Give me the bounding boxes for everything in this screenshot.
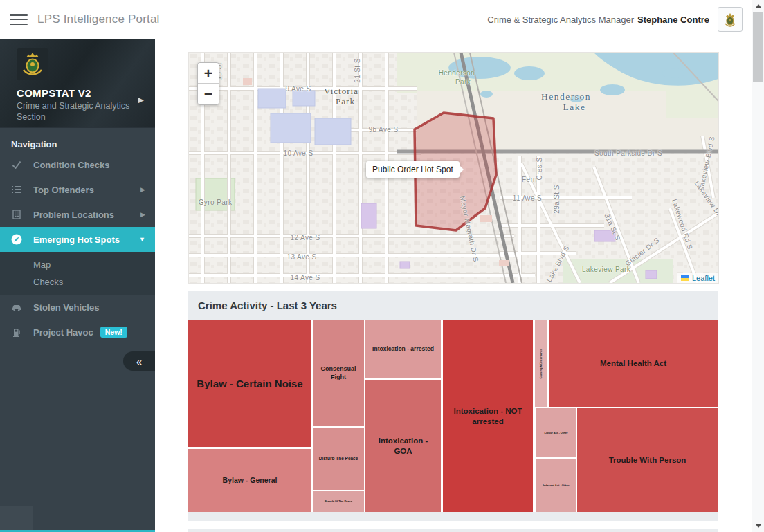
treemap-cell-breach-of-the-peace[interactable]: Breach Of The Peace: [313, 491, 364, 512]
top-header: LPS Intelligence Portal Crime & Strategi…: [0, 0, 752, 39]
treemap-cell-liquor-act-other[interactable]: Liquor Act - Other: [536, 408, 576, 457]
map-label: Park: [455, 78, 471, 86]
list-icon: [11, 184, 22, 195]
hotspot-map[interactable]: 15 St9 Ave SVictoriaPark21 St SHenderson…: [188, 52, 719, 284]
treemap-cell-label: Intoxication - arrested: [369, 345, 437, 353]
building-icon: [11, 209, 22, 220]
treemap-cell-intoxication-arrested[interactable]: Intoxication - arrested: [365, 320, 441, 378]
treemap-cell-label: Liquor Act - Other: [540, 431, 571, 434]
car-icon: [11, 302, 22, 313]
treemap-cell-label: Causing A Disturbance: [539, 345, 543, 383]
map-attribution: Leaflet: [677, 273, 718, 283]
treemap-cell-mental-health-act[interactable]: Mental Health Act: [549, 320, 718, 407]
profile-crest-button[interactable]: [718, 7, 743, 32]
scroll-up-arrow[interactable]: [752, 0, 764, 12]
map-label: Victoria: [324, 86, 358, 97]
treemap-cell-trouble-with-person[interactable]: Trouble With Person: [577, 408, 718, 512]
sidebar-item-top-offenders[interactable]: Top Offenders▶: [0, 177, 155, 202]
scroll-down-arrow[interactable]: [752, 520, 764, 532]
treemap-cell-label: Disturb The Peace: [316, 456, 362, 461]
map-label: Lake: [563, 102, 586, 113]
map-label: Lakeview Park: [582, 266, 630, 273]
crime-treemap: Bylaw - Certain NoiseBylaw - GeneralCons…: [188, 320, 718, 512]
map-label: Henderson: [439, 69, 475, 77]
map-label: Gyro Park: [199, 199, 233, 206]
app-title: LPS Intelligence Portal: [37, 12, 160, 26]
gas-pump-icon: [11, 327, 22, 338]
treemap-cell-disturb-the-peace[interactable]: Disturb The Peace: [313, 428, 364, 490]
map-label: South Parkside Dr S: [594, 149, 662, 157]
treemap-cell-intoxication-not-arrested[interactable]: Intoxication - NOT arrested: [443, 320, 533, 512]
sidebar-bottom-block: [0, 506, 33, 532]
sidebar-subitem-checks[interactable]: Checks: [0, 273, 155, 291]
sidebar-item-label: Stolen Vehicles: [33, 302, 99, 313]
compstat-title: COMPSTAT V2: [17, 87, 144, 99]
treemap-cell-label: Bylaw - General: [219, 476, 281, 486]
sidebar-item-condition-checks[interactable]: Condition Checks: [0, 152, 155, 177]
sidebar-item-label: Project Havoc: [33, 327, 93, 338]
map-label: 9 Ave S: [285, 85, 311, 93]
sidebar-item-emerging-hot-spots[interactable]: Emerging Hot Spots▼: [0, 227, 155, 252]
hamburger-menu-icon[interactable]: [10, 12, 28, 26]
crime-activity-panel: Crime Activity - Last 3 Years Bylaw - Ce…: [188, 291, 718, 521]
treemap-cell-label: Intoxication - NOT arrested: [443, 406, 533, 427]
zoom-out-button[interactable]: −: [198, 84, 219, 104]
check-icon: [11, 159, 22, 170]
sidebar-item-stolen-vehicles[interactable]: Stolen Vehicles: [0, 295, 155, 320]
treemap-cell-bylaw-general[interactable]: Bylaw - General: [188, 449, 311, 512]
zoom-in-button[interactable]: +: [198, 63, 219, 84]
sidebar-collapse-button[interactable]: «: [123, 351, 155, 371]
treemap-cell-causing-a-disturbance[interactable]: Causing A Disturbance: [535, 320, 547, 407]
chevron-right-icon[interactable]: ▶: [138, 95, 144, 104]
hotspot-tooltip: Public Order Hot Spot: [366, 161, 460, 178]
map-label: 9b Ave S: [368, 126, 398, 134]
chevron-right-icon: ▶: [140, 211, 145, 218]
map-zoom-control: + −: [197, 62, 219, 105]
new-badge: New!: [100, 327, 127, 338]
window-scrollbar[interactable]: [752, 0, 764, 532]
treemap-cell-label: Trouble With Person: [606, 455, 690, 466]
map-label: 14 Ave S: [290, 274, 320, 282]
treemap-cell-label: Breach Of The Peace: [321, 499, 356, 503]
sidebar-sub-menu: MapChecks: [0, 252, 155, 295]
treemap-cell-indecent-act-other[interactable]: Indecent Act - Other: [536, 459, 576, 512]
sidebar: COMPSTAT V2 Crime and Strategic Analytic…: [0, 39, 155, 532]
navigation-section-label: Navigation: [0, 128, 155, 152]
map-label: 29a St S: [553, 185, 561, 214]
sidebar-item-project-havoc[interactable]: Project HavocNew!: [0, 320, 155, 345]
sidebar-hero[interactable]: COMPSTAT V2 Crime and Strategic Analytic…: [0, 39, 155, 128]
user-role: Crime & Strategic Analytics Manager: [487, 15, 634, 25]
main-content: 15 St9 Ave SVictoriaPark21 St SHenderson…: [155, 39, 752, 532]
treemap-cell-label: Bylaw - Certain Noise: [193, 377, 306, 391]
map-label: Park: [336, 96, 355, 107]
treemap-cell-intoxication-goa[interactable]: Intoxication - GOA: [365, 380, 441, 512]
crest-icon: [723, 11, 737, 28]
subitem-label: Map: [33, 259, 51, 270]
sidebar-item-problem-locations[interactable]: Problem Locations▶: [0, 202, 155, 227]
treemap-cell-bylaw-certain-noise[interactable]: Bylaw - Certain Noise: [188, 320, 311, 447]
map-label: 11 Ave S: [513, 194, 542, 202]
panel-footer: [188, 512, 718, 521]
treemap-cell-label: Intoxication - GOA: [365, 436, 441, 457]
map-label: 21 St S: [354, 58, 361, 83]
map-label: 13 Ave S: [286, 253, 316, 261]
chevron-right-icon: ▶: [140, 186, 145, 193]
treemap-cell-label: Indecent Act - Other: [539, 484, 572, 487]
treemap-cell-consensual-fight[interactable]: Consensual Fight: [313, 320, 364, 426]
sidebar-subitem-map[interactable]: Map: [0, 256, 155, 273]
chevron-down-icon: ▼: [139, 236, 145, 243]
treemap-cell-label: Consensual Fight: [313, 365, 364, 381]
treemap-cell-label: Mental Health Act: [597, 358, 670, 369]
sidebar-item-label: Top Offenders: [33, 185, 94, 195]
user-name: Stephane Contre: [637, 15, 709, 25]
ukraine-flag-icon: [681, 275, 689, 281]
lps-crest-logo: [17, 48, 48, 80]
sidebar-item-label: Condition Checks: [33, 160, 110, 170]
next-panel-edge: [188, 529, 718, 532]
sidebar-item-label: Emerging Hot Spots: [33, 235, 120, 245]
leaflet-link[interactable]: Leaflet: [692, 274, 715, 282]
map-label: 12 Ave S: [290, 234, 320, 241]
compstat-subtitle: Crime and Strategic Analytics Section: [17, 101, 134, 122]
scrollbar-thumb[interactable]: [753, 12, 763, 82]
sidebar-item-label: Problem Locations: [33, 210, 114, 220]
